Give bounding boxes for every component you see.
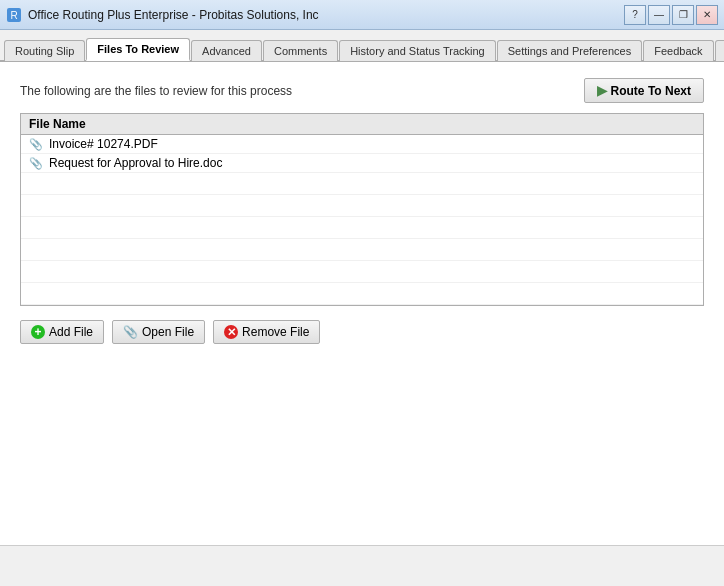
app-icon: R [6, 7, 22, 23]
open-file-label: Open File [142, 325, 194, 339]
empty-row [21, 173, 703, 195]
empty-row [21, 261, 703, 283]
tab-advanced[interactable]: Advanced [191, 40, 262, 61]
close-button[interactable]: ✕ [696, 5, 718, 25]
tab-routing-slip[interactable]: Routing Slip [4, 40, 85, 61]
route-next-button[interactable]: ▶ Route To Next [584, 78, 704, 103]
window-controls: ? — ❐ ✕ [624, 5, 718, 25]
route-next-label: Route To Next [611, 84, 691, 98]
title-bar: R Office Routing Plus Enterprise - Probi… [0, 0, 724, 30]
tab-feedback[interactable]: Feedback [643, 40, 713, 61]
remove-file-button[interactable]: ✕ Remove File [213, 320, 320, 344]
tab-history-status[interactable]: History and Status Tracking [339, 40, 496, 61]
empty-row [21, 239, 703, 261]
file-row[interactable]: 📎 Request for Approval to Hire.doc [21, 154, 703, 173]
file-table-header: File Name [21, 114, 703, 135]
file-name-1: Invoice# 10274.PDF [49, 137, 158, 151]
file-row[interactable]: 📎 Invoice# 10274.PDF [21, 135, 703, 154]
footer-bar [0, 545, 724, 561]
open-file-button[interactable]: 📎 Open File [112, 320, 205, 344]
content-header: The following are the files to review fo… [20, 78, 704, 103]
tab-settings-prefs[interactable]: Settings and Preferences [497, 40, 643, 61]
file-name-2: Request for Approval to Hire.doc [49, 156, 222, 170]
empty-row [21, 195, 703, 217]
tab-files-to-review[interactable]: Files To Review [86, 38, 190, 61]
file-table: File Name 📎 Invoice# 10274.PDF 📎 Request… [20, 113, 704, 306]
svg-text:R: R [10, 10, 17, 21]
remove-file-label: Remove File [242, 325, 309, 339]
window-title: Office Routing Plus Enterprise - Probita… [28, 8, 624, 22]
paperclip-icon: 📎 [123, 325, 138, 339]
route-icon: ▶ [597, 83, 607, 98]
restore-button[interactable]: ❐ [672, 5, 694, 25]
file-icon-1: 📎 [29, 138, 43, 151]
file-icon-2: 📎 [29, 157, 43, 170]
add-file-label: Add File [49, 325, 93, 339]
help-button[interactable]: ? [624, 5, 646, 25]
main-content: The following are the files to review fo… [0, 62, 724, 561]
tab-bar: Routing Slip Files To Review Advanced Co… [0, 30, 724, 62]
remove-icon: ✕ [224, 325, 238, 339]
file-table-body: 📎 Invoice# 10274.PDF 📎 Request for Appro… [21, 135, 703, 305]
add-icon: + [31, 325, 45, 339]
empty-row [21, 217, 703, 239]
tab-comments[interactable]: Comments [263, 40, 338, 61]
bottom-buttons: + Add File 📎 Open File ✕ Remove File [20, 320, 704, 344]
add-file-button[interactable]: + Add File [20, 320, 104, 344]
minimize-button[interactable]: — [648, 5, 670, 25]
empty-row [21, 283, 703, 305]
content-description: The following are the files to review fo… [20, 84, 292, 98]
tab-help[interactable]: Help [715, 40, 724, 61]
